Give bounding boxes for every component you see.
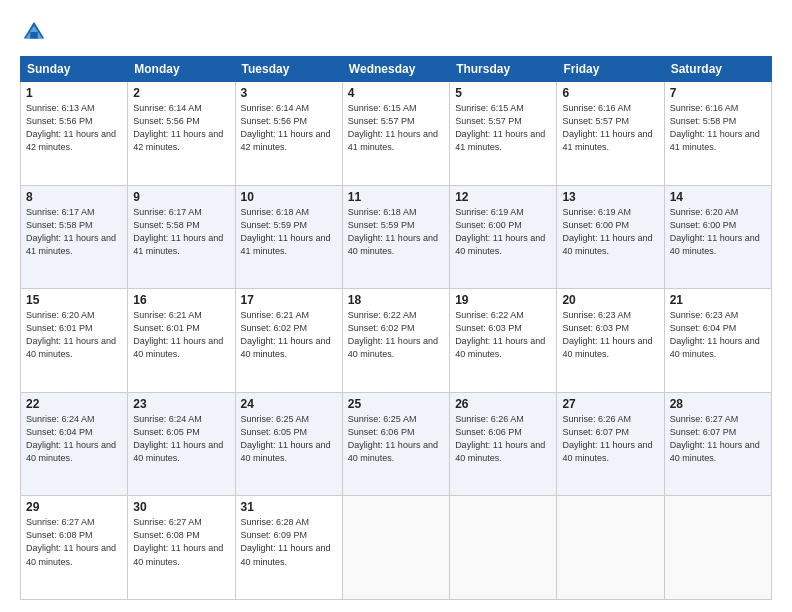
day-number: 28 xyxy=(670,397,766,411)
svg-rect-2 xyxy=(30,32,37,39)
day-info: Sunrise: 6:14 AM Sunset: 5:56 PM Dayligh… xyxy=(241,102,337,154)
calendar-cell: 22 Sunrise: 6:24 AM Sunset: 6:04 PM Dayl… xyxy=(21,392,128,496)
calendar-cell: 15 Sunrise: 6:20 AM Sunset: 6:01 PM Dayl… xyxy=(21,289,128,393)
calendar-cell: 12 Sunrise: 6:19 AM Sunset: 6:00 PM Dayl… xyxy=(450,185,557,289)
day-number: 2 xyxy=(133,86,229,100)
day-info: Sunrise: 6:16 AM Sunset: 5:57 PM Dayligh… xyxy=(562,102,658,154)
calendar-cell xyxy=(664,496,771,600)
day-number: 13 xyxy=(562,190,658,204)
calendar-cell: 25 Sunrise: 6:25 AM Sunset: 6:06 PM Dayl… xyxy=(342,392,449,496)
day-number: 27 xyxy=(562,397,658,411)
day-info: Sunrise: 6:26 AM Sunset: 6:07 PM Dayligh… xyxy=(562,413,658,465)
day-info: Sunrise: 6:17 AM Sunset: 5:58 PM Dayligh… xyxy=(26,206,122,258)
day-info: Sunrise: 6:22 AM Sunset: 6:03 PM Dayligh… xyxy=(455,309,551,361)
calendar-cell: 3 Sunrise: 6:14 AM Sunset: 5:56 PM Dayli… xyxy=(235,82,342,186)
calendar-table: SundayMondayTuesdayWednesdayThursdayFrid… xyxy=(20,56,772,600)
day-number: 10 xyxy=(241,190,337,204)
day-info: Sunrise: 6:15 AM Sunset: 5:57 PM Dayligh… xyxy=(455,102,551,154)
week-row-4: 22 Sunrise: 6:24 AM Sunset: 6:04 PM Dayl… xyxy=(21,392,772,496)
day-info: Sunrise: 6:19 AM Sunset: 6:00 PM Dayligh… xyxy=(455,206,551,258)
page: SundayMondayTuesdayWednesdayThursdayFrid… xyxy=(0,0,792,612)
day-number: 14 xyxy=(670,190,766,204)
col-header-thursday: Thursday xyxy=(450,57,557,82)
day-number: 7 xyxy=(670,86,766,100)
calendar-cell: 29 Sunrise: 6:27 AM Sunset: 6:08 PM Dayl… xyxy=(21,496,128,600)
day-number: 24 xyxy=(241,397,337,411)
col-header-saturday: Saturday xyxy=(664,57,771,82)
day-number: 23 xyxy=(133,397,229,411)
day-info: Sunrise: 6:21 AM Sunset: 6:01 PM Dayligh… xyxy=(133,309,229,361)
calendar-cell: 20 Sunrise: 6:23 AM Sunset: 6:03 PM Dayl… xyxy=(557,289,664,393)
day-info: Sunrise: 6:19 AM Sunset: 6:00 PM Dayligh… xyxy=(562,206,658,258)
calendar-cell: 26 Sunrise: 6:26 AM Sunset: 6:06 PM Dayl… xyxy=(450,392,557,496)
calendar-cell: 17 Sunrise: 6:21 AM Sunset: 6:02 PM Dayl… xyxy=(235,289,342,393)
day-info: Sunrise: 6:25 AM Sunset: 6:05 PM Dayligh… xyxy=(241,413,337,465)
day-info: Sunrise: 6:22 AM Sunset: 6:02 PM Dayligh… xyxy=(348,309,444,361)
calendar-cell: 24 Sunrise: 6:25 AM Sunset: 6:05 PM Dayl… xyxy=(235,392,342,496)
calendar-cell: 4 Sunrise: 6:15 AM Sunset: 5:57 PM Dayli… xyxy=(342,82,449,186)
calendar-cell: 31 Sunrise: 6:28 AM Sunset: 6:09 PM Dayl… xyxy=(235,496,342,600)
day-info: Sunrise: 6:18 AM Sunset: 5:59 PM Dayligh… xyxy=(241,206,337,258)
day-info: Sunrise: 6:20 AM Sunset: 6:01 PM Dayligh… xyxy=(26,309,122,361)
day-info: Sunrise: 6:28 AM Sunset: 6:09 PM Dayligh… xyxy=(241,516,337,568)
day-info: Sunrise: 6:24 AM Sunset: 6:04 PM Dayligh… xyxy=(26,413,122,465)
calendar-cell xyxy=(450,496,557,600)
day-number: 29 xyxy=(26,500,122,514)
day-number: 4 xyxy=(348,86,444,100)
week-row-1: 1 Sunrise: 6:13 AM Sunset: 5:56 PM Dayli… xyxy=(21,82,772,186)
day-info: Sunrise: 6:21 AM Sunset: 6:02 PM Dayligh… xyxy=(241,309,337,361)
header xyxy=(20,18,772,46)
calendar-cell: 19 Sunrise: 6:22 AM Sunset: 6:03 PM Dayl… xyxy=(450,289,557,393)
day-number: 12 xyxy=(455,190,551,204)
calendar-cell: 23 Sunrise: 6:24 AM Sunset: 6:05 PM Dayl… xyxy=(128,392,235,496)
day-number: 9 xyxy=(133,190,229,204)
day-number: 5 xyxy=(455,86,551,100)
calendar-cell: 6 Sunrise: 6:16 AM Sunset: 5:57 PM Dayli… xyxy=(557,82,664,186)
day-number: 21 xyxy=(670,293,766,307)
calendar-cell: 13 Sunrise: 6:19 AM Sunset: 6:00 PM Dayl… xyxy=(557,185,664,289)
header-row: SundayMondayTuesdayWednesdayThursdayFrid… xyxy=(21,57,772,82)
day-number: 11 xyxy=(348,190,444,204)
day-number: 6 xyxy=(562,86,658,100)
calendar-cell: 7 Sunrise: 6:16 AM Sunset: 5:58 PM Dayli… xyxy=(664,82,771,186)
day-info: Sunrise: 6:23 AM Sunset: 6:04 PM Dayligh… xyxy=(670,309,766,361)
day-number: 19 xyxy=(455,293,551,307)
week-row-5: 29 Sunrise: 6:27 AM Sunset: 6:08 PM Dayl… xyxy=(21,496,772,600)
day-number: 31 xyxy=(241,500,337,514)
logo-icon xyxy=(20,18,48,46)
col-header-sunday: Sunday xyxy=(21,57,128,82)
day-info: Sunrise: 6:26 AM Sunset: 6:06 PM Dayligh… xyxy=(455,413,551,465)
day-number: 18 xyxy=(348,293,444,307)
day-number: 1 xyxy=(26,86,122,100)
week-row-2: 8 Sunrise: 6:17 AM Sunset: 5:58 PM Dayli… xyxy=(21,185,772,289)
calendar-cell: 30 Sunrise: 6:27 AM Sunset: 6:08 PM Dayl… xyxy=(128,496,235,600)
logo xyxy=(20,18,52,46)
day-number: 8 xyxy=(26,190,122,204)
calendar-cell: 8 Sunrise: 6:17 AM Sunset: 5:58 PM Dayli… xyxy=(21,185,128,289)
day-info: Sunrise: 6:24 AM Sunset: 6:05 PM Dayligh… xyxy=(133,413,229,465)
day-info: Sunrise: 6:13 AM Sunset: 5:56 PM Dayligh… xyxy=(26,102,122,154)
day-info: Sunrise: 6:17 AM Sunset: 5:58 PM Dayligh… xyxy=(133,206,229,258)
day-info: Sunrise: 6:15 AM Sunset: 5:57 PM Dayligh… xyxy=(348,102,444,154)
calendar-cell: 2 Sunrise: 6:14 AM Sunset: 5:56 PM Dayli… xyxy=(128,82,235,186)
calendar-cell: 10 Sunrise: 6:18 AM Sunset: 5:59 PM Dayl… xyxy=(235,185,342,289)
calendar-cell xyxy=(557,496,664,600)
calendar-cell: 1 Sunrise: 6:13 AM Sunset: 5:56 PM Dayli… xyxy=(21,82,128,186)
day-number: 30 xyxy=(133,500,229,514)
calendar-body: 1 Sunrise: 6:13 AM Sunset: 5:56 PM Dayli… xyxy=(21,82,772,600)
day-number: 3 xyxy=(241,86,337,100)
col-header-tuesday: Tuesday xyxy=(235,57,342,82)
day-number: 20 xyxy=(562,293,658,307)
calendar-cell xyxy=(342,496,449,600)
calendar-cell: 28 Sunrise: 6:27 AM Sunset: 6:07 PM Dayl… xyxy=(664,392,771,496)
day-number: 26 xyxy=(455,397,551,411)
calendar-cell: 21 Sunrise: 6:23 AM Sunset: 6:04 PM Dayl… xyxy=(664,289,771,393)
day-info: Sunrise: 6:27 AM Sunset: 6:08 PM Dayligh… xyxy=(133,516,229,568)
day-info: Sunrise: 6:20 AM Sunset: 6:00 PM Dayligh… xyxy=(670,206,766,258)
calendar-cell: 18 Sunrise: 6:22 AM Sunset: 6:02 PM Dayl… xyxy=(342,289,449,393)
day-number: 15 xyxy=(26,293,122,307)
day-info: Sunrise: 6:14 AM Sunset: 5:56 PM Dayligh… xyxy=(133,102,229,154)
day-info: Sunrise: 6:18 AM Sunset: 5:59 PM Dayligh… xyxy=(348,206,444,258)
day-number: 17 xyxy=(241,293,337,307)
col-header-friday: Friday xyxy=(557,57,664,82)
